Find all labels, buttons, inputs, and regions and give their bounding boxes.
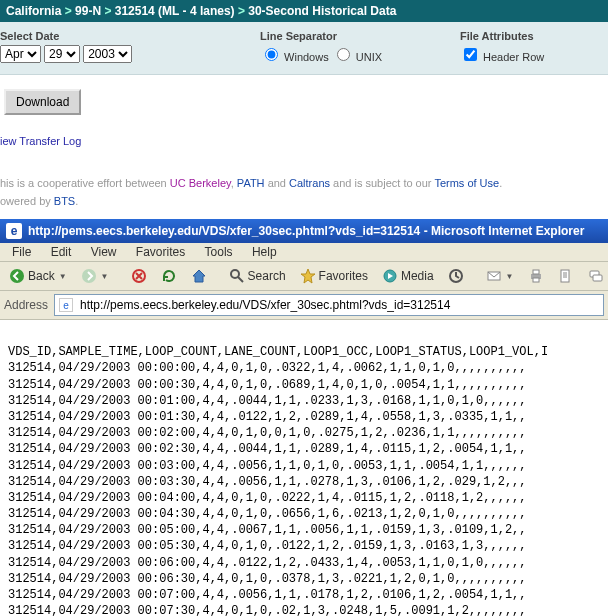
menu-view[interactable]: View [83, 243, 125, 261]
uc-berkeley-link[interactable]: UC Berkeley [170, 177, 231, 189]
line-separator-label: Line Separator [260, 30, 460, 45]
svg-point-1 [82, 269, 96, 283]
mail-button[interactable]: ▼ [481, 265, 519, 287]
home-icon [191, 268, 207, 284]
caltrans-link[interactable]: Caltrans [289, 177, 330, 189]
browser-window: e http://pems.eecs.berkeley.edu/VDS/xfer… [0, 219, 608, 616]
back-button[interactable]: Back ▼ [4, 265, 72, 287]
stop-icon [131, 268, 147, 284]
sep-unix-option[interactable]: UNIX [332, 51, 382, 63]
svg-rect-12 [593, 275, 602, 281]
svg-point-3 [231, 270, 239, 278]
home-button[interactable] [186, 265, 212, 287]
forward-button[interactable]: ▼ [76, 265, 114, 287]
search-button[interactable]: Search [224, 265, 291, 287]
crumb-sep: > [65, 4, 75, 18]
media-icon [382, 268, 398, 284]
edit-button[interactable] [553, 265, 579, 287]
content-pane: VDS_ID,SAMPLE_TIME,LOOP_COUNT,LANE_COUNT… [0, 320, 608, 616]
address-bar: Address e [0, 291, 608, 320]
mail-icon [486, 268, 502, 284]
year-select[interactable]: 2003 [83, 45, 132, 63]
chevron-down-icon: ▼ [506, 272, 514, 281]
favorites-button[interactable]: Favorites [295, 265, 373, 287]
crumb-page: 30-Second Historical Data [248, 4, 396, 18]
window-title-bar: e http://pems.eecs.berkeley.edu/VDS/xfer… [0, 219, 608, 243]
menu-file[interactable]: File [4, 243, 39, 261]
crumb-sep: > [104, 4, 114, 18]
filter-form: Select Date Apr 29 2003 Line Separator W… [0, 22, 608, 75]
month-select[interactable]: Apr [0, 45, 41, 63]
history-button[interactable] [443, 265, 469, 287]
crumb-sep: > [238, 4, 248, 18]
header-row-option[interactable]: Header Row [460, 51, 544, 63]
address-input[interactable] [78, 297, 599, 313]
select-date-label: Select Date [0, 30, 260, 45]
star-icon [300, 268, 316, 284]
svg-rect-8 [533, 270, 539, 274]
download-area: Download [0, 75, 608, 135]
refresh-button[interactable] [156, 265, 182, 287]
menu-bar: File Edit View Favorites Tools Help [0, 243, 608, 262]
transfer-log-link-area: iew Transfer Log [0, 135, 608, 177]
edit-icon [558, 268, 574, 284]
path-link[interactable]: PATH [237, 177, 265, 189]
sep-unix-radio[interactable] [337, 48, 350, 61]
bts-link[interactable]: BTS [54, 195, 75, 207]
footer-line-2: owered by BTS. [0, 195, 608, 213]
menu-edit[interactable]: Edit [43, 243, 80, 261]
media-button[interactable]: Media [377, 265, 439, 287]
history-icon [448, 268, 464, 284]
refresh-icon [161, 268, 177, 284]
crumb-vds[interactable]: 312514 (ML - 4 lanes) [115, 4, 235, 18]
sep-windows-radio[interactable] [265, 48, 278, 61]
discuss-button[interactable] [583, 265, 608, 287]
print-button[interactable] [523, 265, 549, 287]
download-button[interactable]: Download [4, 89, 81, 115]
back-icon [9, 268, 25, 284]
menu-tools[interactable]: Tools [197, 243, 241, 261]
print-icon [528, 268, 544, 284]
discuss-icon [588, 268, 604, 284]
toolbar: Back ▼ ▼ Search Favorites Media ▼ [0, 262, 608, 291]
day-select[interactable]: 29 [44, 45, 80, 63]
menu-favorites[interactable]: Favorites [128, 243, 193, 261]
window-title: http://pems.eecs.berkeley.edu/VDS/xfer_3… [28, 224, 584, 238]
search-icon [229, 268, 245, 284]
svg-point-0 [10, 269, 24, 283]
stop-button[interactable] [126, 265, 152, 287]
view-transfer-log-link[interactable]: iew Transfer Log [0, 135, 81, 147]
chevron-down-icon: ▼ [101, 272, 109, 281]
svg-rect-9 [533, 278, 539, 282]
header-row-checkbox[interactable] [464, 48, 477, 61]
footer-line-1: his is a cooperative effort between UC B… [0, 177, 608, 195]
sep-windows-option[interactable]: Windows [260, 51, 329, 63]
menu-help[interactable]: Help [244, 243, 285, 261]
file-attributes-label: File Attributes [460, 30, 604, 45]
breadcrumb: California > 99-N > 312514 (ML - 4 lanes… [0, 0, 608, 22]
chevron-down-icon: ▼ [59, 272, 67, 281]
svg-rect-10 [561, 270, 569, 282]
terms-of-use-link[interactable]: Terms of Use [434, 177, 499, 189]
address-label: Address [4, 298, 48, 312]
ie-icon: e [6, 223, 22, 239]
page-icon: e [59, 298, 73, 312]
crumb-route[interactable]: 99-N [75, 4, 101, 18]
crumb-california[interactable]: California [6, 4, 61, 18]
address-box[interactable]: e [54, 294, 604, 316]
forward-icon [81, 268, 97, 284]
